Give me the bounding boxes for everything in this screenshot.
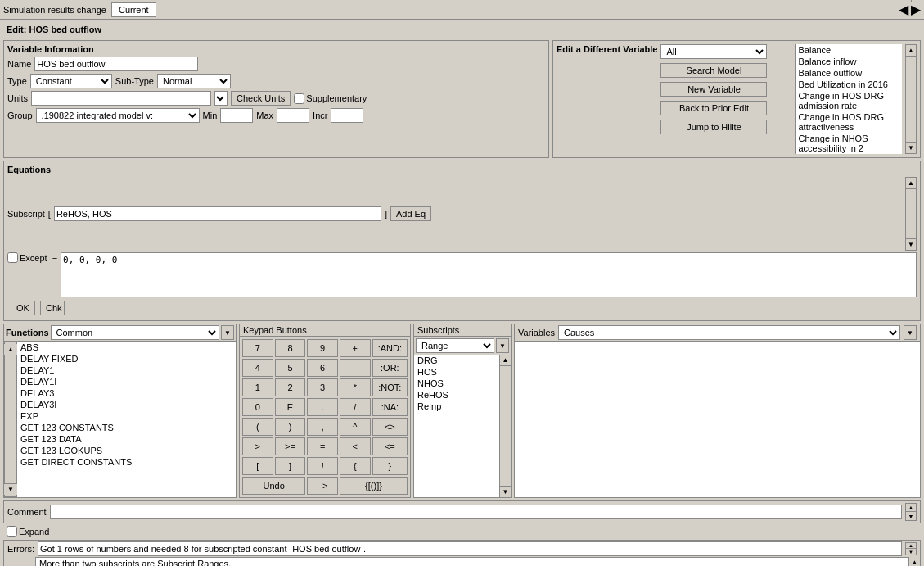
keypad-lparen[interactable]: ( (242, 418, 273, 436)
keypad-arrow[interactable]: –> (307, 477, 338, 495)
list-item[interactable]: Change in HOS DRG attractiveness (796, 111, 902, 133)
func-scroll-up-btn[interactable]: ▲ ▼ (4, 342, 17, 497)
check-units-button[interactable]: Check Units (231, 91, 291, 106)
keypad-na[interactable]: :NA: (372, 398, 408, 416)
equation-textarea[interactable] (61, 252, 917, 297)
list-item[interactable]: HOS (414, 366, 499, 378)
keypad-complex[interactable]: {[()]} (340, 477, 408, 495)
list-item[interactable]: Change in HOS DRG admission rate (796, 90, 902, 111)
errors-list[interactable]: More than two subscripts are Subscript R… (36, 557, 908, 566)
list-item[interactable]: Bed Utilization in 2016 (796, 79, 902, 90)
functions-dropdown[interactable]: Common (51, 325, 219, 340)
keypad-minus[interactable]: – (340, 359, 371, 377)
list-item[interactable]: Balance outflow (796, 67, 902, 79)
keypad-lbrace[interactable]: { (340, 457, 371, 475)
keypad-neq[interactable]: <> (372, 418, 408, 436)
keypad-not[interactable]: :NOT: (372, 378, 408, 396)
keypad-8[interactable]: 8 (275, 339, 306, 357)
scroll-up-btn[interactable]: ▲ (906, 45, 916, 57)
keypad-lte[interactable]: <= (372, 437, 408, 455)
all-select[interactable]: All (660, 44, 767, 59)
functions-dropdown-arrow[interactable]: ▼ (221, 325, 234, 340)
keypad-eq[interactable]: = (307, 437, 338, 455)
list-item[interactable]: GET DIRECT CONSTANTS (17, 456, 236, 468)
list-item[interactable]: DELAY3 (17, 387, 236, 399)
name-input[interactable] (34, 57, 198, 71)
list-item[interactable]: Change in NHOS accessibility in 2 (796, 133, 902, 154)
back-prior-edit-button[interactable]: Back to Prior Edit (660, 101, 767, 115)
type-select[interactable]: Constant (30, 74, 112, 88)
keypad-4[interactable]: 4 (242, 359, 273, 377)
scroll-up[interactable]: ▲ (4, 344, 17, 355)
new-variable-button[interactable]: New Variable (660, 82, 767, 97)
list-item[interactable]: DELAY1 (17, 365, 236, 376)
comment-scroll-up[interactable]: ▲ (906, 504, 916, 512)
functions-list[interactable]: ABS DELAY FIXED DELAY1 DELAY1I DELAY3 DE… (17, 342, 236, 497)
list-item[interactable]: Balance (796, 44, 902, 56)
sub-scroll-up[interactable]: ▲ (500, 355, 511, 366)
except-checkbox[interactable] (7, 252, 18, 263)
keypad-undo[interactable]: Undo (242, 477, 305, 495)
keypad-lt[interactable]: < (340, 437, 371, 455)
keypad-rbracket[interactable]: ] (275, 457, 306, 475)
keypad-rbrace[interactable]: } (372, 457, 408, 475)
keypad-9[interactable]: 9 (307, 339, 338, 357)
keypad-2[interactable]: 2 (275, 378, 306, 396)
scroll-down-btn[interactable]: ▼ (906, 142, 916, 153)
add-eq-button[interactable]: Add Eq (390, 206, 431, 221)
keypad-5[interactable]: 5 (275, 359, 306, 377)
units-dropdown[interactable] (214, 91, 228, 106)
incr-input[interactable] (331, 108, 363, 123)
list-item[interactable]: ReHOS (414, 389, 499, 401)
eq-scroll-up[interactable]: ▲ (906, 178, 916, 189)
list-item[interactable]: DELAY1I (17, 376, 236, 387)
keypad-6[interactable]: 6 (307, 359, 338, 377)
list-item[interactable]: GET 123 DATA (17, 433, 236, 445)
list-item[interactable]: DRG (414, 355, 499, 366)
subscripts-dropdown-arrow[interactable]: ▼ (496, 338, 509, 353)
subscripts-list[interactable]: DRG HOS NHOS ReHOS ReInp (414, 355, 499, 497)
chk-button[interactable]: Chk (40, 301, 65, 315)
min-input[interactable] (220, 108, 253, 123)
keypad-e[interactable]: E (275, 398, 306, 416)
sub-scroll-down[interactable]: ▼ (500, 486, 511, 497)
current-tab[interactable]: Current (111, 2, 156, 17)
ok-button[interactable]: OK (11, 301, 35, 315)
jump-to-hilite-button[interactable]: Jump to Hilite (660, 120, 767, 134)
list-item[interactable]: DELAY FIXED (17, 353, 236, 365)
list-item[interactable]: NHOS (414, 378, 499, 389)
variables-dropdown[interactable]: Causes (558, 325, 900, 340)
list-item[interactable]: ABS (17, 342, 236, 353)
scroll-down[interactable]: ▼ (4, 483, 17, 495)
err-scroll-up[interactable]: ▲ (906, 543, 916, 549)
keypad-gt[interactable]: > (242, 437, 273, 455)
expand-checkbox[interactable] (7, 526, 17, 537)
list-item[interactable]: Balance inflow (796, 56, 902, 67)
list-item[interactable]: DELAY3I (17, 399, 236, 410)
list-item[interactable]: EXP (17, 410, 236, 422)
units-input[interactable] (31, 91, 211, 106)
keypad-dot[interactable]: . (307, 398, 338, 416)
keypad-excl[interactable]: ! (307, 457, 338, 475)
keypad-divide[interactable]: / (340, 398, 371, 416)
keypad-or[interactable]: :OR: (372, 359, 408, 377)
comment-input[interactable] (50, 505, 902, 519)
subtype-select[interactable]: Normal (157, 74, 231, 88)
subscripts-dropdown[interactable]: Range (416, 338, 494, 353)
keypad-lbracket[interactable]: [ (242, 457, 273, 475)
list-item[interactable]: GET 123 LOOKUPS (17, 445, 236, 456)
list-item[interactable]: ReInp (414, 401, 499, 412)
variables-dropdown-arrow[interactable]: ▼ (904, 325, 917, 340)
list-item[interactable]: GET 123 CONSTANTS (17, 422, 236, 433)
errors-input[interactable] (38, 541, 902, 556)
keypad-plus[interactable]: + (340, 339, 371, 357)
subscript-input[interactable] (54, 206, 381, 221)
keypad-3[interactable]: 3 (307, 378, 338, 396)
keypad-0[interactable]: 0 (242, 398, 273, 416)
max-input[interactable] (277, 108, 309, 123)
variables-diff-list[interactable]: Balance Balance inflow Balance outflow B… (796, 44, 902, 154)
keypad-multiply[interactable]: * (340, 378, 371, 396)
err-scroll-down[interactable]: ▼ (906, 549, 916, 555)
eq-scroll-down[interactable]: ▼ (906, 238, 916, 250)
keypad-gte[interactable]: >= (275, 437, 306, 455)
